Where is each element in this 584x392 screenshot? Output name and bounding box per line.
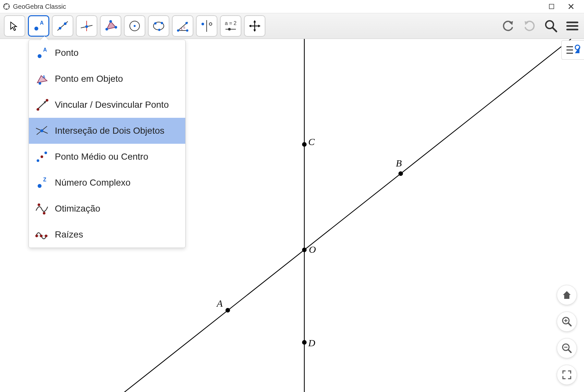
- maximize-button[interactable]: [545, 2, 558, 11]
- menu-item-point[interactable]: A Ponto: [29, 40, 185, 66]
- svg-point-16: [85, 25, 88, 28]
- svg-point-68: [38, 203, 40, 206]
- toolbar-right: [500, 18, 580, 34]
- home-view-button[interactable]: [557, 285, 577, 305]
- point-a[interactable]: [225, 308, 230, 312]
- close-button[interactable]: [565, 2, 578, 11]
- point-tool-dropdown: A Ponto A Ponto em Objeto Vincular / Des…: [29, 40, 186, 248]
- svg-point-54: [39, 82, 41, 85]
- menu-item-complex-number[interactable]: Z Número Complexo: [29, 170, 185, 196]
- angle-tool[interactable]: α: [172, 15, 193, 37]
- menu-item-point-on-object[interactable]: A Ponto em Objeto: [29, 66, 185, 92]
- svg-point-30: [177, 30, 179, 32]
- svg-line-80: [568, 323, 571, 326]
- menu-item-label: Ponto Médio ou Centro: [55, 152, 148, 162]
- svg-marker-53: [37, 76, 47, 83]
- label-o: O: [309, 244, 316, 255]
- svg-point-37: [228, 28, 231, 31]
- optimization-icon: [34, 201, 50, 216]
- search-button[interactable]: [543, 18, 559, 34]
- app-title: GeoGebra Classic: [13, 3, 66, 10]
- svg-point-3: [6, 3, 7, 5]
- svg-point-63: [37, 159, 39, 162]
- svg-point-31: [186, 22, 188, 24]
- window-controls: [545, 2, 581, 11]
- point-icon: A: [34, 45, 50, 61]
- svg-point-19: [109, 20, 112, 23]
- svg-point-35: [209, 23, 212, 25]
- fullscreen-button[interactable]: [557, 365, 577, 385]
- line-tool[interactable]: [52, 15, 73, 37]
- svg-line-47: [553, 28, 556, 31]
- svg-point-66: [38, 184, 42, 188]
- attach-detach-icon: [34, 97, 50, 113]
- titlebar: GeoGebra Classic: [0, 0, 584, 13]
- svg-point-58: [37, 108, 39, 111]
- svg-point-18: [105, 28, 108, 31]
- svg-point-26: [158, 29, 161, 31]
- point-tool[interactable]: A: [28, 15, 49, 37]
- circle-tool[interactable]: [124, 15, 145, 37]
- svg-marker-40: [253, 20, 256, 22]
- svg-line-11: [57, 21, 68, 31]
- reflect-tool[interactable]: [196, 15, 217, 37]
- menu-item-attach-detach[interactable]: Vincular / Desvincular Ponto: [29, 92, 185, 118]
- svg-marker-43: [258, 25, 261, 27]
- slider-tool-label: a = 2: [225, 20, 237, 26]
- svg-text:A: A: [43, 75, 45, 79]
- point-o[interactable]: [302, 248, 307, 252]
- complex-number-icon: Z: [34, 175, 50, 190]
- point-b[interactable]: [398, 171, 403, 176]
- svg-text:A: A: [43, 47, 47, 53]
- svg-point-1: [3, 6, 5, 7]
- svg-point-2: [8, 6, 10, 7]
- label-a: A: [217, 298, 223, 309]
- svg-point-20: [115, 26, 117, 29]
- move-tool[interactable]: [4, 15, 25, 37]
- label-d: D: [308, 337, 315, 349]
- perpendicular-tool[interactable]: [76, 15, 97, 37]
- svg-point-62: [41, 129, 43, 132]
- svg-point-25: [161, 22, 163, 24]
- ellipse-tool[interactable]: [148, 15, 169, 37]
- point-c[interactable]: [302, 142, 307, 147]
- label-b: B: [396, 158, 402, 169]
- toolbar-tools: A α a = 2: [4, 15, 265, 37]
- svg-line-84: [568, 350, 571, 352]
- midpoint-icon: [34, 149, 50, 165]
- menu-item-label: Ponto: [55, 48, 79, 58]
- svg-point-34: [201, 23, 204, 25]
- svg-point-72: [40, 235, 43, 237]
- label-c: C: [308, 136, 315, 147]
- zoom-out-button[interactable]: [557, 338, 577, 358]
- menu-item-label: Interseção de Dois Objetos: [55, 126, 164, 136]
- svg-rect-6: [549, 4, 554, 9]
- move-view-tool[interactable]: [244, 15, 265, 37]
- svg-point-12: [59, 27, 61, 30]
- svg-point-24: [154, 22, 157, 25]
- menu-item-label: Otimização: [55, 203, 100, 214]
- slider-tool[interactable]: a = 2: [220, 15, 241, 37]
- zoom-in-button[interactable]: [557, 312, 577, 332]
- svg-point-59: [46, 99, 48, 102]
- point-d[interactable]: [302, 340, 307, 345]
- menu-item-intersection[interactable]: Interseção de Dois Objetos: [29, 118, 185, 144]
- menu-item-optimization[interactable]: Otimização: [29, 196, 185, 222]
- menu-item-label: Vincular / Desvincular Ponto: [55, 100, 169, 110]
- menu-button[interactable]: [565, 18, 580, 34]
- redo-button[interactable]: [522, 18, 537, 34]
- svg-point-9: [34, 27, 38, 31]
- style-bar-toggle[interactable]: [561, 40, 584, 60]
- undo-button[interactable]: [500, 18, 516, 34]
- svg-point-32: [186, 30, 189, 32]
- svg-point-71: [35, 235, 38, 237]
- menu-item-midpoint[interactable]: Ponto Médio ou Centro: [29, 144, 185, 170]
- menu-item-roots[interactable]: Raízes: [29, 222, 185, 248]
- polygon-tool[interactable]: [100, 15, 121, 37]
- titlebar-left: GeoGebra Classic: [3, 3, 66, 10]
- menu-item-label: Número Complexo: [55, 178, 130, 188]
- app-icon: [3, 3, 10, 10]
- svg-point-69: [43, 212, 45, 214]
- svg-point-64: [44, 152, 47, 154]
- svg-marker-17: [107, 21, 116, 29]
